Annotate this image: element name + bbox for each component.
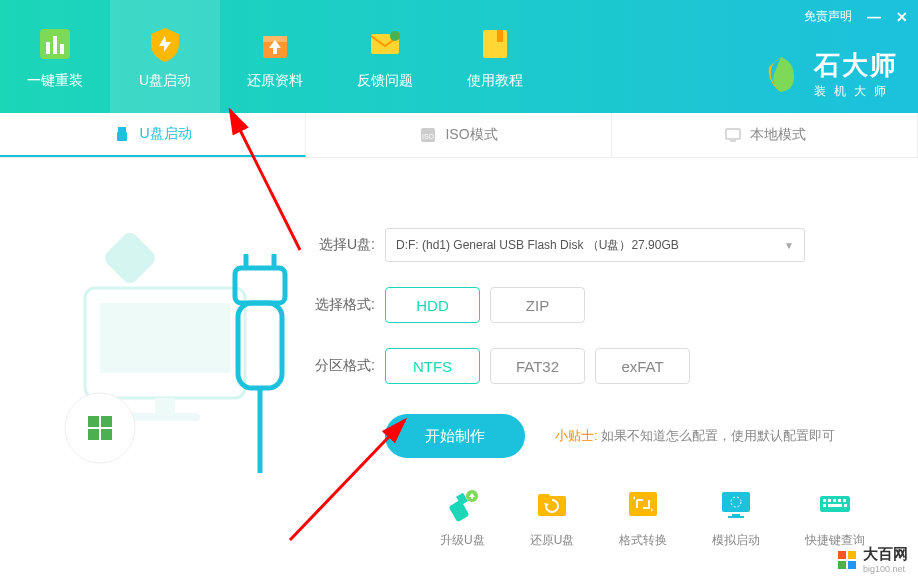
svg-rect-22 xyxy=(88,416,99,427)
svg-rect-8 xyxy=(483,30,507,58)
brand-subtitle: 装机大师 xyxy=(814,83,898,100)
nav-reinstall[interactable]: 一键重装 xyxy=(0,0,110,113)
tip: 小贴士: 如果不知道怎么配置，使用默认配置即可 xyxy=(555,427,835,445)
svg-rect-52 xyxy=(838,561,846,569)
box-up-icon xyxy=(255,24,295,64)
tool-restore-usb[interactable]: 还原U盘 xyxy=(530,486,575,549)
svg-rect-43 xyxy=(828,499,831,502)
tool-label: 还原U盘 xyxy=(530,532,575,549)
svg-rect-39 xyxy=(732,514,740,516)
svg-text:ISO: ISO xyxy=(422,133,435,140)
tool-simulate-boot[interactable]: 模拟启动 xyxy=(712,486,760,549)
svg-rect-11 xyxy=(117,132,127,141)
usb-icon xyxy=(113,125,131,143)
folder-restore-icon xyxy=(534,486,570,522)
tool-upgrade-usb[interactable]: 升级U盘 xyxy=(440,486,485,549)
svg-rect-19 xyxy=(130,413,200,421)
svg-rect-50 xyxy=(838,551,846,559)
watermark-logo-icon xyxy=(836,549,858,571)
svg-rect-2 xyxy=(53,36,57,54)
nav-feedback[interactable]: 反馈问题 xyxy=(330,0,440,113)
select-usb-label: 选择U盘: xyxy=(310,236,375,254)
svg-rect-10 xyxy=(118,127,126,132)
svg-rect-26 xyxy=(235,268,285,303)
nav-label: 反馈问题 xyxy=(357,72,413,90)
partition-fat32-button[interactable]: FAT32 xyxy=(490,348,585,384)
tab-usb-boot[interactable]: U盘启动 xyxy=(0,113,306,157)
convert-icon xyxy=(625,486,661,522)
tab-label: 本地模式 xyxy=(750,126,806,144)
svg-rect-35 xyxy=(538,494,550,500)
nav-usb-boot[interactable]: U盘启动 xyxy=(110,0,220,113)
tool-label: 升级U盘 xyxy=(440,532,485,549)
partition-exfat-button[interactable]: exFAT xyxy=(595,348,690,384)
chart-icon xyxy=(35,24,75,64)
usb-illustration xyxy=(40,198,290,478)
chevron-down-icon: ▼ xyxy=(784,240,794,251)
format-hdd-button[interactable]: HDD xyxy=(385,287,480,323)
svg-rect-46 xyxy=(843,499,846,502)
usb-select[interactable]: D:F: (hd1) General USB Flash Disk （U盘）27… xyxy=(385,228,805,262)
start-button[interactable]: 开始制作 xyxy=(385,414,525,458)
nav-restore[interactable]: 还原资料 xyxy=(220,0,330,113)
svg-rect-49 xyxy=(844,504,847,507)
svg-rect-23 xyxy=(101,416,112,427)
watermark: 大百网 big100.net xyxy=(836,545,908,574)
svg-rect-31 xyxy=(449,500,470,522)
nav-label: U盘启动 xyxy=(139,72,191,90)
tool-label: 模拟启动 xyxy=(712,532,760,549)
brand-title: 石大师 xyxy=(814,48,898,83)
svg-rect-17 xyxy=(100,303,230,373)
svg-rect-18 xyxy=(155,398,175,413)
brand-logo-icon xyxy=(759,52,804,97)
usb-upgrade-icon xyxy=(444,486,480,522)
minimize-button[interactable]: — xyxy=(867,9,881,25)
svg-rect-37 xyxy=(722,492,750,512)
tip-text: 如果不知道怎么配置，使用默认配置即可 xyxy=(601,428,835,443)
close-button[interactable]: ✕ xyxy=(896,9,908,25)
svg-rect-9 xyxy=(497,30,503,42)
monitor-play-icon xyxy=(718,486,754,522)
svg-rect-40 xyxy=(728,516,744,518)
format-label: 选择格式: xyxy=(310,296,375,314)
monitor-icon xyxy=(724,126,742,144)
tip-label: 小贴士: xyxy=(555,428,598,443)
disclaimer-link[interactable]: 免责声明 xyxy=(804,8,852,25)
svg-rect-44 xyxy=(833,499,836,502)
iso-icon: ISO xyxy=(419,126,437,144)
tab-label: ISO模式 xyxy=(445,126,497,144)
partition-ntfs-button[interactable]: NTFS xyxy=(385,348,480,384)
svg-point-21 xyxy=(65,393,135,463)
tab-iso-mode[interactable]: ISO ISO模式 xyxy=(306,113,612,157)
usb-select-value: D:F: (hd1) General USB Flash Disk （U盘）27… xyxy=(396,237,679,254)
book-icon xyxy=(475,24,515,64)
svg-rect-42 xyxy=(823,499,826,502)
keyboard-icon xyxy=(817,486,853,522)
nav-label: 还原资料 xyxy=(247,72,303,90)
svg-rect-47 xyxy=(823,504,826,507)
svg-rect-53 xyxy=(848,561,856,569)
tool-shortcut-query[interactable]: 快捷键查询 xyxy=(805,486,865,549)
svg-rect-3 xyxy=(60,44,64,54)
tab-local-mode[interactable]: 本地模式 xyxy=(612,113,918,157)
brand: 石大师 装机大师 xyxy=(759,48,898,100)
svg-rect-20 xyxy=(102,230,159,287)
shield-icon xyxy=(145,24,185,64)
nav-tutorial[interactable]: 使用教程 xyxy=(440,0,550,113)
tab-label: U盘启动 xyxy=(139,125,191,143)
svg-rect-14 xyxy=(726,129,740,139)
svg-rect-45 xyxy=(838,499,841,502)
tool-format-convert[interactable]: 格式转换 xyxy=(619,486,667,549)
svg-rect-24 xyxy=(88,429,99,440)
mail-icon xyxy=(365,24,405,64)
watermark-url: big100.net xyxy=(863,564,908,574)
watermark-title: 大百网 xyxy=(863,545,908,564)
svg-rect-48 xyxy=(828,504,842,507)
svg-point-7 xyxy=(390,31,400,41)
svg-rect-36 xyxy=(629,492,657,516)
nav-label: 一键重装 xyxy=(27,72,83,90)
tool-label: 格式转换 xyxy=(619,532,667,549)
partition-label: 分区格式: xyxy=(310,357,375,375)
format-zip-button[interactable]: ZIP xyxy=(490,287,585,323)
nav-label: 使用教程 xyxy=(467,72,523,90)
